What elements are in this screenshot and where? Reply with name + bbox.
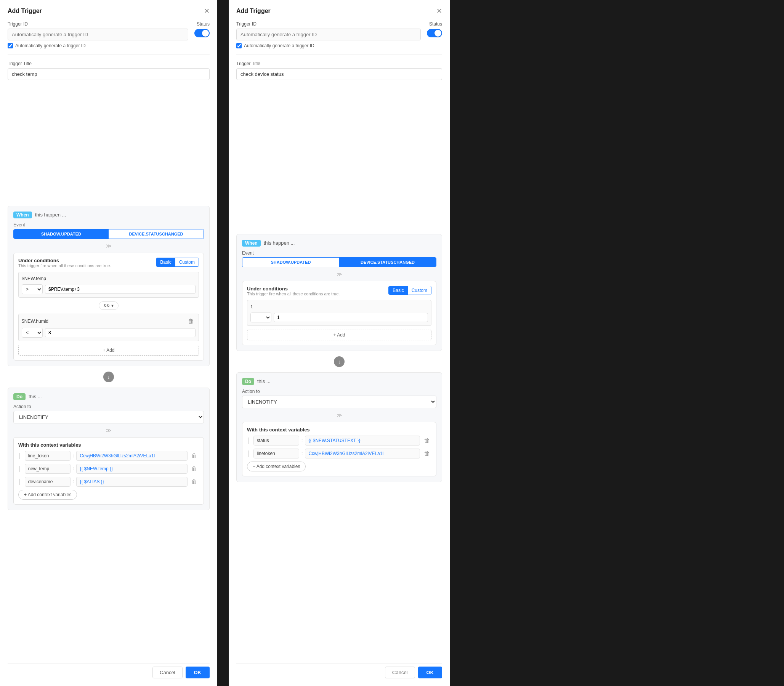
left-dialog-title: Add Trigger <box>8 8 42 15</box>
and-pill-left: && ▾ <box>99 301 119 310</box>
auto-generate-label-left: Automatically generate a trigger ID <box>15 43 86 48</box>
auto-generate-row-left: Automatically generate a trigger ID <box>8 43 188 48</box>
context-row-3-left: │ : 🗑 <box>18 477 199 487</box>
chevron-down-right: ≫ <box>242 271 436 277</box>
context-title-right: With this context variables <box>247 427 431 433</box>
add-context-button-left[interactable]: + Add context variables <box>18 490 77 500</box>
do-section-right: Do this ... Action to LINENOTIFY ≫ With … <box>236 372 442 482</box>
conditions-subtitle-left: This trigger fire when all these conditi… <box>18 263 111 268</box>
do-badge-right: Do <box>242 378 254 385</box>
context-value-2-right[interactable] <box>305 449 420 459</box>
condition-value-input-1-left[interactable] <box>45 285 196 294</box>
context-value-3-left[interactable] <box>76 477 188 487</box>
context-key-1-right[interactable] <box>253 436 299 446</box>
condition-value-input-1-right[interactable] <box>274 313 428 322</box>
delete-context-1-right[interactable]: 🗑 <box>422 436 431 445</box>
add-condition-button-left[interactable]: + Add <box>18 345 199 356</box>
basic-tab-left[interactable]: Basic <box>156 258 175 266</box>
context-key-2-right[interactable] <box>253 449 299 459</box>
divider1-right <box>236 54 442 55</box>
context-colon-1-right: : <box>302 438 303 443</box>
event-tab-shadow-left[interactable]: SHADOW.UPDATED <box>14 229 109 238</box>
when-row-right: When this happen ... <box>242 240 436 247</box>
when-section-left: When this happen ... Event SHADOW.UPDATE… <box>8 206 210 366</box>
trigger-title-input-right[interactable] <box>236 68 442 80</box>
event-tab-device-right[interactable]: DEVICE.STATUSCHANGED <box>339 258 436 267</box>
event-group-right: Event SHADOW.UPDATED DEVICE.STATUSCHANGE… <box>242 250 436 267</box>
context-row-1-left: │ : 🗑 <box>18 451 199 461</box>
action-group-left: Action to LINENOTIFY <box>13 404 204 423</box>
condition-value-input-2-left[interactable] <box>45 328 196 337</box>
context-key-2-left[interactable] <box>25 464 70 474</box>
auto-generate-checkbox-left[interactable] <box>8 43 13 48</box>
condition-op-select-1-right[interactable]: == > < <box>250 312 271 322</box>
basic-tab-right[interactable]: Basic <box>389 286 407 295</box>
delete-context-2-right[interactable]: 🗑 <box>422 449 431 458</box>
condition-field-2-left: $NEW.humid <box>22 318 48 325</box>
when-section-right: When this happen ... Event SHADOW.UPDATE… <box>236 234 442 351</box>
when-badge-right: When <box>242 240 261 247</box>
delete-context-3-left[interactable]: 🗑 <box>190 477 199 486</box>
trigger-title-input-left[interactable] <box>8 68 210 80</box>
context-value-1-left[interactable] <box>76 451 188 461</box>
right-close-button[interactable]: ✕ <box>436 8 442 15</box>
event-label-right: Event <box>242 250 436 256</box>
add-condition-button-right[interactable]: + Add <box>247 330 431 340</box>
auto-generate-label-right: Automatically generate a trigger ID <box>244 43 314 48</box>
context-value-2-left[interactable] <box>76 464 188 474</box>
arrow-circle-icon-right: ↓ <box>334 356 345 367</box>
action-select-left[interactable]: LINENOTIFY <box>13 411 204 423</box>
status-toggle-left[interactable] <box>194 29 210 38</box>
do-row-right: Do this ... <box>242 378 436 385</box>
left-close-button[interactable]: ✕ <box>204 8 210 15</box>
status-toggle-right[interactable] <box>427 29 442 38</box>
divider1-left <box>8 54 210 55</box>
cancel-button-right[interactable]: Cancel <box>385 666 415 678</box>
condition-field-1-left: $NEW.temp <box>22 275 196 282</box>
auto-generate-checkbox-right[interactable] <box>236 43 242 48</box>
right-dialog: Add Trigger ✕ Trigger ID Automatically g… <box>229 0 450 686</box>
trigger-title-label-right: Trigger Title <box>236 61 442 66</box>
when-badge-left: When <box>13 212 32 218</box>
and-chevron-icon: ▾ <box>111 303 114 308</box>
do-badge-left: Do <box>13 393 26 400</box>
trigger-id-label-right: Trigger ID <box>236 21 421 27</box>
custom-tab-left[interactable]: Custom <box>175 258 199 266</box>
action-label-left: Action to <box>13 404 204 409</box>
condition-expr-1-left: > < == <box>22 284 196 294</box>
add-context-button-right[interactable]: + Add context variables <box>247 462 305 472</box>
context-colon-1-left: : <box>73 453 74 459</box>
auto-generate-row-right: Automatically generate a trigger ID <box>236 43 421 48</box>
context-title-left: With this context variables <box>18 442 199 448</box>
context-value-1-right[interactable] <box>305 436 420 446</box>
ok-button-left[interactable]: OK <box>186 666 210 678</box>
context-key-1-left[interactable] <box>25 451 70 461</box>
delete-context-1-left[interactable]: 🗑 <box>190 452 199 460</box>
condition-op-select-1-left[interactable]: > < == <box>22 284 43 294</box>
delete-context-2-left[interactable]: 🗑 <box>190 465 199 473</box>
do-section-left: Do this ... Action to LINENOTIFY ≫ With … <box>8 387 210 510</box>
event-tab-shadow-right[interactable]: SHADOW.UPDATED <box>242 258 339 267</box>
event-tab-device-left[interactable]: DEVICE.STATUSCHANGED <box>109 229 204 238</box>
conditions-subtitle-right: This trigger fire when all these conditi… <box>247 292 340 296</box>
condition-op-select-2-left[interactable]: < > == <box>22 328 43 338</box>
action-select-right[interactable]: LINENOTIFY <box>242 395 436 408</box>
action-group-right: Action to LINENOTIFY <box>242 389 436 408</box>
cancel-button-left[interactable]: Cancel <box>152 666 182 678</box>
left-dialog-header: Add Trigger ✕ <box>8 8 210 15</box>
conditions-title-right: Under conditions <box>247 286 340 292</box>
trigger-id-input-right[interactable] <box>236 29 421 41</box>
right-dialog-header: Add Trigger ✕ <box>236 8 442 15</box>
custom-tab-right[interactable]: Custom <box>408 286 431 295</box>
status-group-left: Status <box>194 21 210 38</box>
delete-condition-2-left[interactable]: 🗑 <box>186 317 196 325</box>
trigger-title-group-right: Trigger Title <box>236 61 442 229</box>
ok-button-right[interactable]: OK <box>418 666 443 678</box>
chevron-down-do-right: ≫ <box>242 412 436 418</box>
and-badge-left: && ▾ <box>18 301 199 310</box>
event-tabs-right: SHADOW.UPDATED DEVICE.STATUSCHANGED <box>242 257 436 267</box>
context-key-3-left[interactable] <box>25 477 70 487</box>
trigger-id-input-left[interactable] <box>8 29 188 41</box>
status-label-right: Status <box>429 21 442 27</box>
basic-custom-tabs-left: Basic Custom <box>156 258 199 267</box>
